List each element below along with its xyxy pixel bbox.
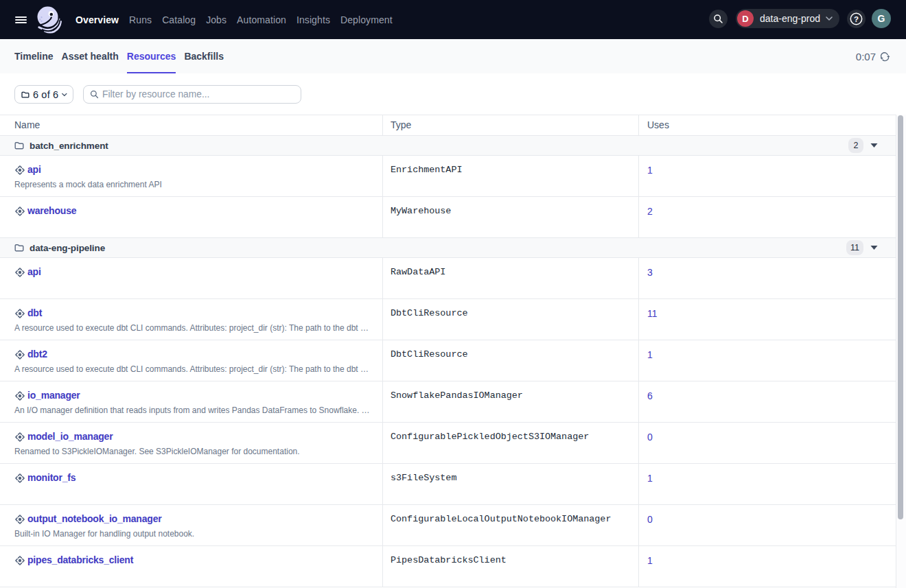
svg-text:?: ? xyxy=(853,14,858,23)
